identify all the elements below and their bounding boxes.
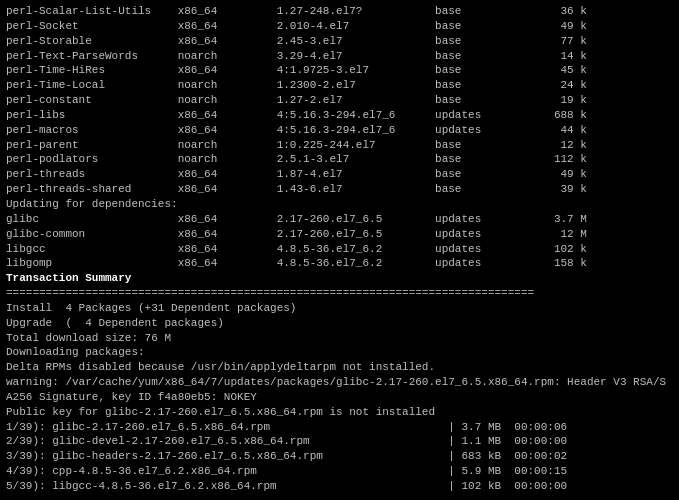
terminal-line: perl-Socket x86_64 2.010-4.el7 base 49 k <box>6 19 673 34</box>
terminal-line: glibc x86_64 2.17-260.el7_6.5 updates 3.… <box>6 212 673 227</box>
terminal-line: perl-Text-ParseWords noarch 3.29-4.el7 b… <box>6 49 673 64</box>
terminal-line: 2/39): glibc-devel-2.17-260.el7_6.5.x86_… <box>6 434 673 449</box>
terminal-line: Transaction Summary <box>6 271 673 286</box>
terminal-line: 4/39): cpp-4.8.5-36.el7_6.2.x86_64.rpm |… <box>6 464 673 479</box>
terminal-line: Public key for glibc-2.17-260.el7_6.5.x8… <box>6 405 673 420</box>
terminal-line: glibc-common x86_64 2.17-260.el7_6.5 upd… <box>6 227 673 242</box>
terminal-line: perl-Storable x86_64 2.45-3.el7 base 77 … <box>6 34 673 49</box>
terminal-line: ========================================… <box>6 286 673 301</box>
terminal-line: perl-constant noarch 1.27-2.el7 base 19 … <box>6 93 673 108</box>
terminal-window: perl-Scalar-List-Utils x86_64 1.27-248.e… <box>6 4 673 496</box>
terminal-line: A256 Signature, key ID f4a80eb5: NOKEY <box>6 390 673 405</box>
terminal-line: Upgrade ( 4 Dependent packages) <box>6 316 673 331</box>
terminal-line: perl-parent noarch 1:0.225-244.el7 base … <box>6 138 673 153</box>
terminal-line: Updating for dependencies: <box>6 197 673 212</box>
terminal-line: Delta RPMs disabled because /usr/bin/app… <box>6 360 673 375</box>
terminal-line: perl-threads-shared x86_64 1.43-6.el7 ba… <box>6 182 673 197</box>
terminal-line: libgomp x86_64 4.8.5-36.el7_6.2 updates … <box>6 256 673 271</box>
terminal-line: perl-Time-Local noarch 1.2300-2.el7 base… <box>6 78 673 93</box>
terminal-line: libgcc x86_64 4.8.5-36.el7_6.2 updates 1… <box>6 242 673 257</box>
terminal-line: perl-Scalar-List-Utils x86_64 1.27-248.e… <box>6 4 673 19</box>
terminal-content: perl-Scalar-List-Utils x86_64 1.27-248.e… <box>6 4 673 496</box>
terminal-line: 6/39): libgomp-4.8.5-36.el7_6.2.x86_64.r… <box>6 494 673 496</box>
terminal-line: Downloading packages: <box>6 345 673 360</box>
terminal-line: 5/39): libgcc-4.8.5-36.el7_6.2.x86_64.rp… <box>6 479 673 494</box>
terminal-line: perl-podlators noarch 2.5.1-3.el7 base 1… <box>6 152 673 167</box>
terminal-line: 3/39): glibc-headers-2.17-260.el7_6.5.x8… <box>6 449 673 464</box>
terminal-line: 1/39): glibc-2.17-260.el7_6.5.x86_64.rpm… <box>6 420 673 435</box>
terminal-line: perl-Time-HiRes x86_64 4:1.9725-3.el7 ba… <box>6 63 673 78</box>
terminal-line: Total download size: 76 M <box>6 331 673 346</box>
terminal-line: perl-threads x86_64 1.87-4.el7 base 49 k <box>6 167 673 182</box>
terminal-line: warning: /var/cache/yum/x86_64/7/updates… <box>6 375 673 390</box>
terminal-line: perl-macros x86_64 4:5.16.3-294.el7_6 up… <box>6 123 673 138</box>
terminal-line: perl-libs x86_64 4:5.16.3-294.el7_6 upda… <box>6 108 673 123</box>
terminal-line: Install 4 Packages (+31 Dependent packag… <box>6 301 673 316</box>
